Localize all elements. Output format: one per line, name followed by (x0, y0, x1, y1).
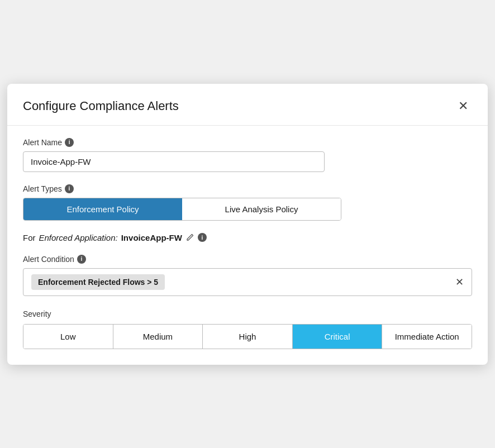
severity-label: Severity (23, 309, 472, 318)
severity-btn-low[interactable]: Low (23, 325, 113, 349)
severity-group: Low Medium High Critical Immediate Actio… (23, 324, 472, 349)
dialog-header: Configure Compliance Alerts ✕ (7, 84, 488, 126)
alert-name-label: Alert Name i (23, 138, 472, 147)
severity-btn-immediate-action[interactable]: Immediate Action (382, 325, 472, 349)
enforced-app-info-icon[interactable]: i (198, 233, 207, 242)
alert-types-label: Alert Types i (23, 184, 472, 193)
edit-app-icon[interactable] (185, 233, 194, 242)
condition-tag: Enforcement Rejected Flows > 5 (31, 274, 165, 290)
condition-close-button[interactable]: ✕ (455, 276, 464, 288)
alert-condition-group: Alert Condition i Enforcement Rejected F… (23, 255, 472, 296)
alert-name-group: Alert Name i (23, 138, 472, 172)
tab-enforcement-policy[interactable]: Enforcement Policy (23, 198, 182, 220)
severity-btn-critical[interactable]: Critical (293, 325, 383, 349)
alert-types-info-icon[interactable]: i (65, 184, 74, 193)
enforced-app-line: For Enforced Application: InvoiceApp-FW … (23, 233, 472, 242)
close-button[interactable]: ✕ (454, 97, 472, 115)
dialog-body: Alert Name i Alert Types i Enforcement P… (7, 126, 488, 365)
severity-btn-medium[interactable]: Medium (113, 325, 203, 349)
alert-name-info-icon[interactable]: i (65, 138, 74, 147)
alert-types-tab-group: Enforcement Policy Live Analysis Policy (23, 198, 341, 221)
severity-btn-high[interactable]: High (203, 325, 293, 349)
alert-types-group: Alert Types i Enforcement Policy Live An… (23, 184, 472, 221)
alert-condition-label: Alert Condition i (23, 255, 472, 264)
alert-name-input[interactable] (23, 151, 325, 172)
severity-section: Severity Low Medium High Critical Immedi… (23, 309, 472, 349)
tab-live-analysis-policy[interactable]: Live Analysis Policy (182, 198, 341, 220)
configure-compliance-alerts-dialog: Configure Compliance Alerts ✕ Alert Name… (7, 84, 488, 365)
dialog-title: Configure Compliance Alerts (23, 99, 179, 113)
alert-condition-box: Enforcement Rejected Flows > 5 ✕ (23, 268, 472, 296)
alert-condition-info-icon[interactable]: i (77, 255, 86, 264)
